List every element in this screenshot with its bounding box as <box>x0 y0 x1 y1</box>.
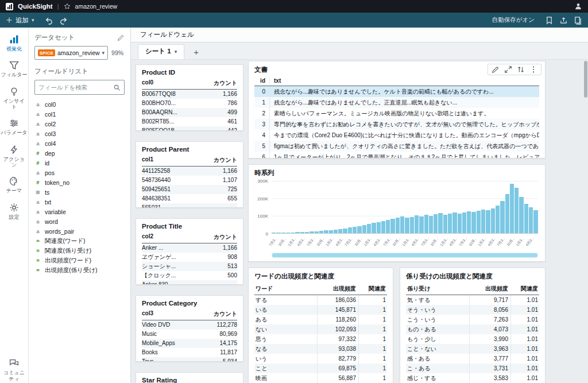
bar[interactable] <box>310 231 314 233</box>
bar[interactable] <box>329 230 333 233</box>
nav-visualize[interactable]: 視覚化 <box>1 34 28 52</box>
table-row[interactable]: Anker 830... <box>142 280 237 285</box>
bar[interactable] <box>405 218 409 233</box>
bar[interactable] <box>386 220 390 233</box>
bar[interactable] <box>367 224 371 233</box>
bar[interactable] <box>529 207 533 233</box>
bar[interactable] <box>510 184 514 233</box>
bar[interactable] <box>438 213 442 233</box>
bar[interactable] <box>519 197 523 233</box>
favorite-star-icon[interactable] <box>64 3 71 10</box>
field-item[interactable]: apos <box>34 168 125 177</box>
bar[interactable] <box>481 210 485 233</box>
bar[interactable] <box>419 216 423 233</box>
table-row[interactable]: 5figmaは初めて買いましたが、クオリティの高さに驚きました。ただ欲を言えば、… <box>254 141 539 152</box>
table-row[interactable]: B00AAQRN...499 <box>142 108 237 117</box>
table-row[interactable]: 484638351655 <box>142 194 237 203</box>
field-item[interactable]: acol4 <box>34 138 125 148</box>
bar[interactable] <box>452 212 457 233</box>
dataset-selector[interactable]: SPICE amazon_review ▾ <box>34 46 108 60</box>
bar[interactable] <box>491 208 495 233</box>
field-item[interactable]: awords_pair <box>34 226 125 236</box>
table-row[interactable]: 61ヶ月でメーターが上がり、2ヶ月で最高潮となり、そのまま2ヶ月で上昇してしまい… <box>254 152 539 158</box>
bar[interactable] <box>415 215 419 233</box>
bar[interactable] <box>500 201 504 233</box>
redo-icon[interactable] <box>59 16 68 25</box>
table-row[interactable]: こと69,8751 <box>254 363 387 373</box>
field-item[interactable]: =関連度(ワード) <box>34 236 125 246</box>
nav-parameter[interactable]: パラメータ <box>1 118 28 136</box>
bar[interactable] <box>458 214 462 233</box>
bookmark-icon[interactable] <box>545 16 554 25</box>
visual-dependency-frequency[interactable]: 係り受けの出現頻度と関連度 係り受け出現頻度関連度 気・する9,7171.01そ… <box>400 268 546 383</box>
bar[interactable] <box>448 214 452 233</box>
table-row[interactable]: 感・ある3,7771.01 <box>406 354 539 363</box>
bar[interactable] <box>343 229 347 233</box>
field-item[interactable]: atxt <box>34 197 125 207</box>
table-row[interactable]: B005FQQ1B442 <box>142 126 237 131</box>
table-row[interactable]: 映画56,8871 <box>254 373 387 383</box>
table-row[interactable]: 565031... <box>142 203 237 208</box>
table-row[interactable]: 4411252581,166 <box>142 167 237 176</box>
table-row[interactable]: 3専門的な事を言わずにお勧めレコメを書きたいのですが、文才が無いので無理でした。… <box>254 119 539 130</box>
undo-icon[interactable] <box>45 16 53 25</box>
bar[interactable] <box>315 231 319 233</box>
table-row[interactable]: ある118,2601 <box>254 315 387 324</box>
bar[interactable] <box>353 227 357 233</box>
bar[interactable] <box>319 231 323 233</box>
table-row[interactable]: もの・ある4,0731.01 <box>406 324 539 334</box>
table-row[interactable]: B0067TQQI81,166 <box>142 90 237 99</box>
bar[interactable] <box>429 216 433 233</box>
field-item[interactable]: ▦ts <box>34 187 125 197</box>
table-row[interactable]: 509425651725 <box>142 185 237 194</box>
nav-action[interactable]: アクション <box>1 145 28 168</box>
table-row[interactable]: いる145,8711 <box>254 305 387 315</box>
field-item[interactable]: =出現頻度(ワード) <box>34 256 125 265</box>
time-series-scrollbar[interactable] <box>272 253 538 258</box>
bar[interactable] <box>295 232 299 233</box>
add-sheet-button[interactable]: + <box>190 47 202 59</box>
menu-icon[interactable] <box>528 65 539 73</box>
bar[interactable] <box>381 221 385 233</box>
table-row[interactable]: 1残念ながら...趣味ではありませんでした。正直退屈...眠気も起きない... <box>254 97 539 108</box>
bar[interactable] <box>372 223 376 233</box>
bar[interactable] <box>334 230 338 233</box>
table-row[interactable]: 0残念ながら...趣味ではありませんでした。ケルト音楽の範疇にも幅があるのですわ… <box>254 86 539 97</box>
user-account-icon[interactable] <box>574 2 582 10</box>
bar[interactable] <box>305 232 309 233</box>
table-row[interactable]: 2素晴らしいパフォーマンス。ミュージカル映画版の物足りない歌唱とは違います。 <box>254 108 539 119</box>
field-item[interactable]: #token_no <box>34 177 125 187</box>
table-row[interactable]: Mobile_Apps14,175 <box>142 339 237 348</box>
field-item[interactable]: acol3 <box>34 129 125 138</box>
bar[interactable] <box>486 210 490 233</box>
visual-time-series[interactable]: 時系列 300K200K100K0 7月3..10月..1月3..4月3..7月… <box>248 164 546 262</box>
table-row[interactable]: 思う97,3321 <box>254 334 387 344</box>
bar[interactable] <box>357 226 361 233</box>
field-item[interactable]: acol2 <box>34 119 125 129</box>
bar[interactable] <box>272 233 276 233</box>
table-row[interactable]: もう・少し3,9901.01 <box>406 334 539 344</box>
nav-community[interactable]: コミュニティ <box>1 358 28 382</box>
visual-star-rating[interactable]: Star Rating <box>136 372 243 383</box>
table-row[interactable]: Anker ...1,166 <box>142 243 237 253</box>
maximize-icon[interactable] <box>502 65 514 73</box>
table-row[interactable]: 5487364401,107 <box>142 176 237 185</box>
bar[interactable] <box>505 194 509 233</box>
table-row[interactable]: ない102,0931 <box>254 324 387 334</box>
column-header[interactable]: id <box>254 78 269 84</box>
nav-insight[interactable]: インサイト <box>1 87 28 110</box>
bar[interactable] <box>514 188 519 233</box>
nav-settings[interactable]: 設定 <box>1 203 28 220</box>
pages-icon[interactable] <box>574 16 582 25</box>
table-row[interactable]: いう82,7791 <box>254 354 387 363</box>
bar[interactable] <box>467 211 471 233</box>
bar[interactable] <box>443 215 447 233</box>
field-wells-bar[interactable]: フィールドウェル <box>131 28 588 42</box>
visual-product-category[interactable]: Product Category col3カウントVideo DVD112,27… <box>136 295 243 362</box>
search-icon[interactable] <box>113 84 121 91</box>
table-row[interactable]: 気・する9,7171.01 <box>406 295 539 305</box>
bar[interactable] <box>496 206 500 233</box>
tab-sheet-1[interactable]: シート 1 ▾ <box>138 44 184 59</box>
field-search-input[interactable] <box>38 84 111 91</box>
bar[interactable] <box>471 212 475 233</box>
